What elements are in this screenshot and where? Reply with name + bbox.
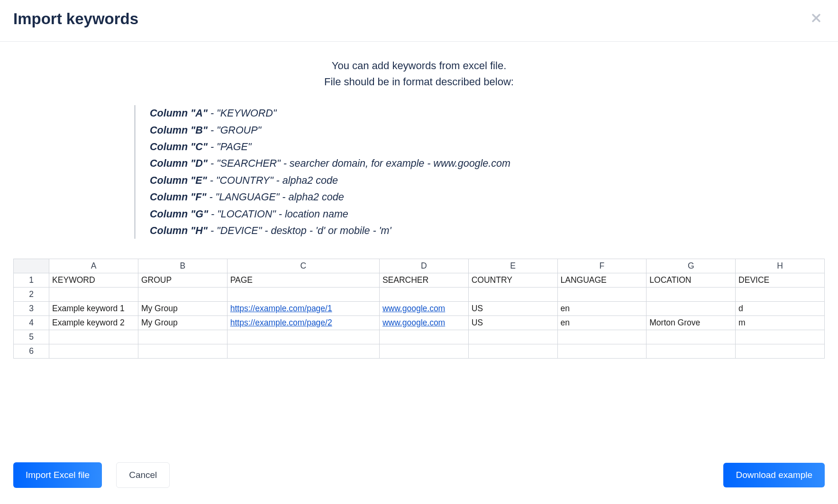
column-f-spec: Column "F" - "LANGUAGE" - alpha2 code	[150, 189, 825, 205]
cell: LANGUAGE	[557, 273, 647, 288]
cell	[468, 330, 557, 344]
modal-body: You can add keywords from excel file. Fi…	[0, 42, 838, 444]
cell	[49, 330, 138, 344]
cell	[557, 344, 647, 359]
cell: Example keyword 2	[49, 316, 138, 330]
intro-line-2: File should be in format described below…	[13, 74, 825, 90]
cell	[227, 344, 379, 359]
cell	[468, 344, 557, 359]
column-format-list: Column "A" - "KEYWORD" Column "B" - "GRO…	[134, 105, 825, 239]
example-spreadsheet: A B C D E F G H 1 KEYWORD GROUP	[13, 252, 825, 359]
cell: GROUP	[138, 273, 227, 288]
cell: www.google.com	[379, 316, 468, 330]
column-header-row: A B C D E F G H	[14, 259, 825, 273]
cell	[647, 344, 736, 359]
cell: PAGE	[227, 273, 379, 288]
cancel-button[interactable]: Cancel	[116, 462, 170, 488]
cell	[647, 302, 736, 316]
cell	[138, 288, 227, 302]
modal-header: Import keywords	[0, 0, 838, 42]
table-row: 6	[14, 344, 825, 359]
cell: My Group	[138, 302, 227, 316]
cell: www.google.com	[379, 302, 468, 316]
col-header-a: A	[49, 259, 138, 273]
cell	[647, 288, 736, 302]
cell	[379, 288, 468, 302]
cell: https://example.com/page/2	[227, 316, 379, 330]
cell: US	[468, 302, 557, 316]
cell	[468, 288, 557, 302]
cell	[736, 330, 825, 344]
column-e-spec: Column "E" - "COUNTRY" - alpha2 code	[150, 172, 825, 189]
col-header-c: C	[227, 259, 379, 273]
col-header-h: H	[736, 259, 825, 273]
cell	[557, 330, 647, 344]
column-g-spec: Column "G" - "LOCATION" - location name	[150, 206, 825, 222]
table-row: 1 KEYWORD GROUP PAGE SEARCHER COUNTRY LA…	[14, 273, 825, 288]
cell: Morton Grove	[647, 316, 736, 330]
cell	[557, 288, 647, 302]
row-num: 5	[14, 330, 49, 344]
footer-left-group: Import Excel file Cancel	[13, 462, 170, 488]
cell	[736, 288, 825, 302]
cell: en	[557, 316, 647, 330]
row-num: 1	[14, 273, 49, 288]
cell	[379, 344, 468, 359]
col-header-g: G	[647, 259, 736, 273]
cell: d	[736, 302, 825, 316]
cell-link[interactable]: www.google.com	[383, 304, 445, 313]
col-header-f: F	[557, 259, 647, 273]
cell: COUNTRY	[468, 273, 557, 288]
table-row: 4 Example keyword 2 My Group https://exa…	[14, 316, 825, 330]
row-num: 4	[14, 316, 49, 330]
cell	[227, 288, 379, 302]
cell	[227, 330, 379, 344]
modal-title: Import keywords	[13, 10, 138, 28]
cell	[49, 288, 138, 302]
row-num: 6	[14, 344, 49, 359]
intro-text: You can add keywords from excel file. Fi…	[13, 58, 825, 90]
column-d-spec: Column "D" - "SEARCHER" - searcher domai…	[150, 155, 825, 171]
close-icon	[810, 11, 823, 25]
col-header-e: E	[468, 259, 557, 273]
row-num: 3	[14, 302, 49, 316]
col-header-b: B	[138, 259, 227, 273]
cell-link[interactable]: https://example.com/page/2	[230, 318, 332, 327]
cell-link[interactable]: https://example.com/page/1	[230, 304, 332, 313]
cell	[138, 344, 227, 359]
cell: Example keyword 1	[49, 302, 138, 316]
cell-link[interactable]: www.google.com	[383, 318, 445, 327]
cell	[138, 330, 227, 344]
cell: https://example.com/page/1	[227, 302, 379, 316]
row-num: 2	[14, 288, 49, 302]
cell	[647, 330, 736, 344]
cell	[49, 344, 138, 359]
col-header-d: D	[379, 259, 468, 273]
cell: DEVICE	[736, 273, 825, 288]
table-row: 5	[14, 330, 825, 344]
corner-cell	[14, 259, 49, 273]
import-keywords-modal: Import keywords You can add keywords fro…	[0, 0, 838, 504]
spreadsheet-toolbar-fragment	[84, 252, 825, 259]
cell	[736, 344, 825, 359]
cell: SEARCHER	[379, 273, 468, 288]
cell	[379, 330, 468, 344]
table-row: 3 Example keyword 1 My Group https://exa…	[14, 302, 825, 316]
column-h-spec: Column "H" - "DEVICE" - desktop - 'd' or…	[150, 223, 825, 239]
cell: US	[468, 316, 557, 330]
cell: KEYWORD	[49, 273, 138, 288]
import-excel-button[interactable]: Import Excel file	[13, 462, 102, 488]
table-row: 2	[14, 288, 825, 302]
cell: My Group	[138, 316, 227, 330]
intro-line-1: You can add keywords from excel file.	[13, 58, 825, 74]
cell: LOCATION	[647, 273, 736, 288]
download-example-button[interactable]: Download example	[723, 463, 825, 487]
column-c-spec: Column "C" - "PAGE"	[150, 139, 825, 155]
column-a-spec: Column "A" - "KEYWORD"	[150, 105, 825, 121]
column-b-spec: Column "B" - "GROUP"	[150, 122, 825, 138]
spreadsheet-table: A B C D E F G H 1 KEYWORD GROUP	[13, 259, 825, 359]
cell: en	[557, 302, 647, 316]
close-button[interactable]	[808, 9, 825, 28]
modal-footer: Import Excel file Cancel Download exampl…	[0, 444, 838, 504]
cell: m	[736, 316, 825, 330]
